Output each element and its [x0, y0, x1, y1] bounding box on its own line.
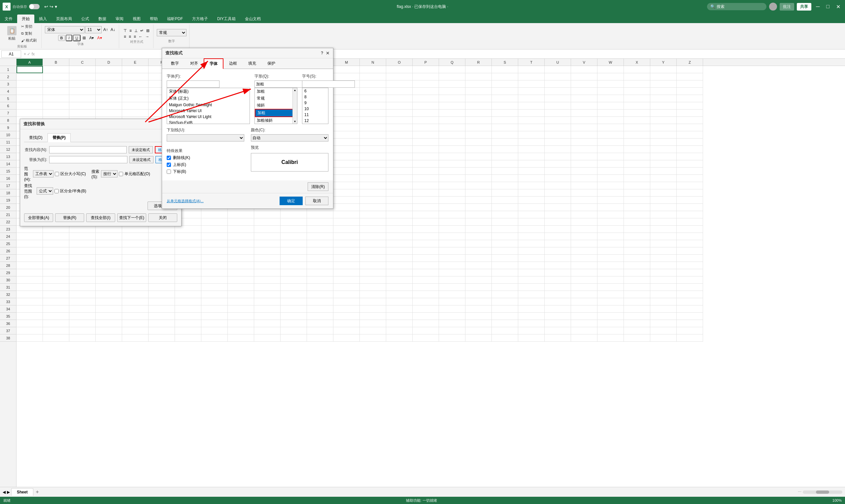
- cell-S12[interactable]: [492, 146, 518, 153]
- cell-Q21[interactable]: [439, 211, 465, 218]
- cell-P10[interactable]: [412, 131, 439, 139]
- cell-D32[interactable]: [96, 291, 122, 298]
- fc-font-input[interactable]: [167, 80, 219, 88]
- cell-X9[interactable]: [624, 124, 650, 131]
- redo-btn[interactable]: ↪: [50, 4, 53, 9]
- list-item[interactable]: 加粗: [255, 88, 297, 95]
- fc-subscript-cb[interactable]: [167, 169, 171, 174]
- bold-btn[interactable]: B: [58, 35, 65, 41]
- cell-S33[interactable]: [492, 298, 518, 305]
- cell-Y14[interactable]: [650, 160, 677, 167]
- cell-M37[interactable]: [333, 327, 360, 335]
- cell-P27[interactable]: [412, 255, 439, 262]
- cell-N23[interactable]: [360, 226, 386, 233]
- cell-R34[interactable]: [465, 305, 492, 313]
- list-item[interactable]: 10: [302, 106, 328, 112]
- list-item[interactable]: 倾斜: [255, 102, 297, 109]
- tab-insert[interactable]: 插入: [34, 15, 52, 23]
- cell-E28[interactable]: [122, 262, 148, 269]
- cell-R36[interactable]: [465, 320, 492, 327]
- cell-W7[interactable]: [597, 109, 624, 117]
- cell-N3[interactable]: [360, 80, 386, 88]
- cell-Z1[interactable]: [677, 66, 703, 73]
- cell-K22[interactable]: [281, 218, 307, 226]
- replace-btn[interactable]: 替换(R): [55, 213, 84, 222]
- cell-E36[interactable]: [122, 320, 148, 327]
- cell-U6[interactable]: [545, 102, 571, 109]
- cell-H21[interactable]: [201, 211, 228, 218]
- cell-Q28[interactable]: [439, 262, 465, 269]
- cell-T27[interactable]: [518, 255, 545, 262]
- cell-U34[interactable]: [545, 305, 571, 313]
- cell-V25[interactable]: [571, 240, 597, 247]
- cell-D7[interactable]: [96, 109, 122, 117]
- cell-Y31[interactable]: [650, 284, 677, 291]
- cell-U10[interactable]: [545, 131, 571, 139]
- cell-Q23[interactable]: [439, 226, 465, 233]
- cell-U1[interactable]: [545, 66, 571, 73]
- cell-V33[interactable]: [571, 298, 597, 305]
- cell-U36[interactable]: [545, 320, 571, 327]
- cell-S32[interactable]: [492, 291, 518, 298]
- cell-U28[interactable]: [545, 262, 571, 269]
- border-btn[interactable]: ⊞: [81, 36, 87, 40]
- cell-T38[interactable]: [518, 335, 545, 342]
- cell-A6[interactable]: [17, 102, 43, 109]
- cell-H23[interactable]: [201, 226, 228, 233]
- cell-W3[interactable]: [597, 80, 624, 88]
- cell-V4[interactable]: [571, 88, 597, 95]
- cell-C31[interactable]: [69, 284, 96, 291]
- autosave-toggle[interactable]: [29, 4, 40, 9]
- cell-K38[interactable]: [281, 335, 307, 342]
- cell-S8[interactable]: [492, 117, 518, 124]
- cell-N35[interactable]: [360, 313, 386, 320]
- close-dialog-btn[interactable]: 关闭: [148, 213, 177, 222]
- cell-E32[interactable]: [122, 291, 148, 298]
- cell-X8[interactable]: [624, 117, 650, 124]
- cell-V35[interactable]: [571, 313, 597, 320]
- cell-P11[interactable]: [412, 139, 439, 146]
- cell-Z24[interactable]: [677, 233, 703, 240]
- cell-V29[interactable]: [571, 269, 597, 276]
- cell-T28[interactable]: [518, 262, 545, 269]
- cell-C7[interactable]: [69, 109, 96, 117]
- cell-M22[interactable]: [333, 218, 360, 226]
- cell-B4[interactable]: [43, 88, 69, 95]
- scope-select[interactable]: 公式: [37, 187, 53, 195]
- cell-J30[interactable]: [254, 276, 281, 284]
- row-header-19[interactable]: 19: [0, 197, 16, 204]
- cell-E7[interactable]: [122, 109, 148, 117]
- cell-W35[interactable]: [597, 313, 624, 320]
- cell-U5[interactable]: [545, 95, 571, 102]
- col-header-A[interactable]: A: [17, 59, 43, 66]
- cell-O11[interactable]: [386, 139, 412, 146]
- cell-L28[interactable]: [307, 262, 333, 269]
- cell-K26[interactable]: [281, 247, 307, 255]
- cell-A30[interactable]: [17, 276, 43, 284]
- cell-F28[interactable]: [148, 262, 175, 269]
- cell-A1[interactable]: [17, 66, 43, 73]
- cell-Z15[interactable]: [677, 167, 703, 175]
- cell-Z32[interactable]: [677, 291, 703, 298]
- cell-Z21[interactable]: [677, 211, 703, 218]
- cell-N24[interactable]: [360, 233, 386, 240]
- cell-N38[interactable]: [360, 335, 386, 342]
- cell-G36[interactable]: [175, 320, 201, 327]
- cell-V37[interactable]: [571, 327, 597, 335]
- row-header-21[interactable]: 21: [0, 211, 16, 218]
- cell-Q17[interactable]: [439, 182, 465, 189]
- cell-E35[interactable]: [122, 313, 148, 320]
- find-preset-btn[interactable]: 未设定格式: [129, 146, 153, 154]
- cell-Z26[interactable]: [677, 247, 703, 255]
- cell-Q3[interactable]: [439, 80, 465, 88]
- cell-B1[interactable]: [43, 66, 69, 73]
- cell-O37[interactable]: [386, 327, 412, 335]
- tab-review[interactable]: 审阅: [111, 15, 128, 23]
- fc-size-input[interactable]: [302, 80, 355, 88]
- cell-A26[interactable]: [17, 247, 43, 255]
- cell-M11[interactable]: [333, 139, 360, 146]
- cell-V11[interactable]: [571, 139, 597, 146]
- cell-Z31[interactable]: [677, 284, 703, 291]
- cell-P37[interactable]: [412, 327, 439, 335]
- col-header-D[interactable]: D: [96, 59, 122, 66]
